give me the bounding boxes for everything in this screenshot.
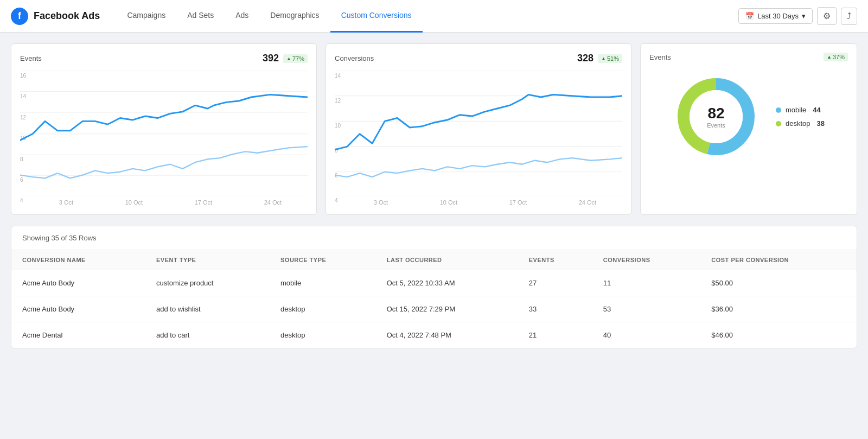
conversions-card-header: Conversions 328 51% [335,53,622,64]
table-row: Acme Auto Bodycustomize productmobileOct… [11,270,857,296]
table-header: Conversion Name Event Type Source Type L… [11,250,857,270]
events-card: Events 392 77% 16141210864 [11,43,317,215]
cell-event-type: customize product [145,270,270,296]
table-body: Acme Auto Bodycustomize productmobileOct… [11,270,857,348]
events-total: 392 [263,53,279,64]
conversions-chart-container: 141210864 [335,71,622,206]
conversions-table: Conversion Name Event Type Source Type L… [11,250,857,348]
donut-chart: 82 Events [673,73,760,160]
tab-demographics[interactable]: Demographics [259,0,330,33]
logo-area: f Facebook Ads [11,8,100,25]
table-card: Showing 35 of 35 Rows Conversion Name Ev… [11,226,857,348]
events-card-stats: 392 77% [263,53,308,64]
col-event-type: Event Type [145,250,270,270]
events-line-chart [20,71,308,197]
table-row-info: Showing 35 of 35 Rows [11,226,857,250]
table-row: Acme Dentaladd to cartdesktopOct 4, 2022… [11,322,857,348]
tab-custom-conversions[interactable]: Custom Conversions [330,0,423,33]
date-range-label: Last 30 Days [757,12,799,20]
donut-legend: mobile 44 desktop 38 [776,106,825,128]
col-conversions: Conversions [592,250,701,270]
header-right: 📅 Last 30 Days ▾ ⚙ ⤴ [738,7,857,25]
desktop-dot [776,121,781,126]
donut-card: Events 37% 82 Events [640,43,857,215]
conversions-x-labels: 3 Oct 10 Oct 17 Oct 24 Oct [335,199,622,206]
date-range-button[interactable]: 📅 Last 30 Days ▾ [738,8,813,24]
events-x-labels: 3 Oct 10 Oct 17 Oct 24 Oct [20,199,308,206]
cell-cost-per-conversion: $46.00 [700,322,857,348]
facebook-icon: f [11,8,28,25]
header: f Facebook Ads Campaigns Ad Sets Ads Dem… [0,0,868,33]
cell-conversions: 53 [592,296,701,322]
conversions-line-chart [335,71,622,197]
col-source-type: Source Type [270,250,376,270]
cell-last-occurred: Oct 4, 2022 7:48 PM [376,322,518,348]
conversions-badge: 51% [598,54,622,63]
col-events: Events [518,250,592,270]
share-icon: ⤴ [847,11,851,21]
donut-card-header: Events 37% [649,53,848,61]
cell-source-type: desktop [270,296,376,322]
cell-conversions: 11 [592,270,701,296]
donut-value: 82 [707,105,725,122]
col-cost-per-conversion: Cost Per Conversion [700,250,857,270]
donut-center-label: Events [707,122,725,129]
mobile-label: mobile [786,106,806,114]
cell-source-type: desktop [270,322,376,348]
cell-event-type: add to cart [145,322,270,348]
conversions-card-title: Conversions [335,54,374,62]
cell-last-occurred: Oct 15, 2022 7:29 PM [376,296,518,322]
filter-icon: ⚙ [823,11,831,21]
cell-conversion-name: Acme Dental [11,322,145,348]
cell-last-occurred: Oct 5, 2022 10:33 AM [376,270,518,296]
cards-row: Events 392 77% 16141210864 [11,43,857,215]
cell-conversions: 40 [592,322,701,348]
donut-center: 82 Events [707,105,725,129]
legend-desktop: desktop 38 [776,119,825,128]
events-badge: 77% [283,54,308,63]
nav-tabs: Campaigns Ad Sets Ads Demographics Custo… [116,0,422,32]
cell-conversion-name: Acme Auto Body [11,270,145,296]
conversions-card-stats: 328 51% [577,53,622,64]
main-content: Events 392 77% 16141210864 [0,33,868,359]
col-conversion-name: Conversion Name [11,250,145,270]
filter-button[interactable]: ⚙ [817,7,837,25]
chevron-down-icon: ▾ [802,12,806,20]
col-last-occurred: Last Occurred [376,250,518,270]
cell-cost-per-conversion: $50.00 [700,270,857,296]
donut-card-title: Events [649,53,671,61]
cell-conversion-name: Acme Auto Body [11,296,145,322]
cell-event-type: add to wishlist [145,296,270,322]
share-button[interactable]: ⤴ [841,8,857,25]
events-card-header: Events 392 77% [20,53,308,64]
tab-ad-sets[interactable]: Ad Sets [176,0,225,33]
cell-events: 27 [518,270,592,296]
calendar-icon: 📅 [745,12,754,20]
donut-badge: 37% [824,53,848,61]
donut-content: 82 Events mobile 44 desktop 38 [649,68,848,160]
conversions-total: 328 [577,53,593,64]
table-row: Acme Auto Bodyadd to wishlistdesktopOct … [11,296,857,322]
events-card-title: Events [20,54,42,62]
desktop-value: 38 [817,119,825,128]
cell-source-type: mobile [270,270,376,296]
mobile-dot [776,107,781,113]
desktop-label: desktop [786,119,810,128]
tab-campaigns[interactable]: Campaigns [116,0,176,33]
mobile-value: 44 [813,106,820,114]
legend-mobile: mobile 44 [776,106,825,114]
cell-events: 33 [518,296,592,322]
cell-events: 21 [518,322,592,348]
app-title: Facebook Ads [34,10,100,22]
events-chart-container: 16141210864 [20,71,308,206]
conversions-card: Conversions 328 51% 141210864 [326,43,631,215]
tab-ads[interactable]: Ads [225,0,259,33]
cell-cost-per-conversion: $36.00 [700,296,857,322]
